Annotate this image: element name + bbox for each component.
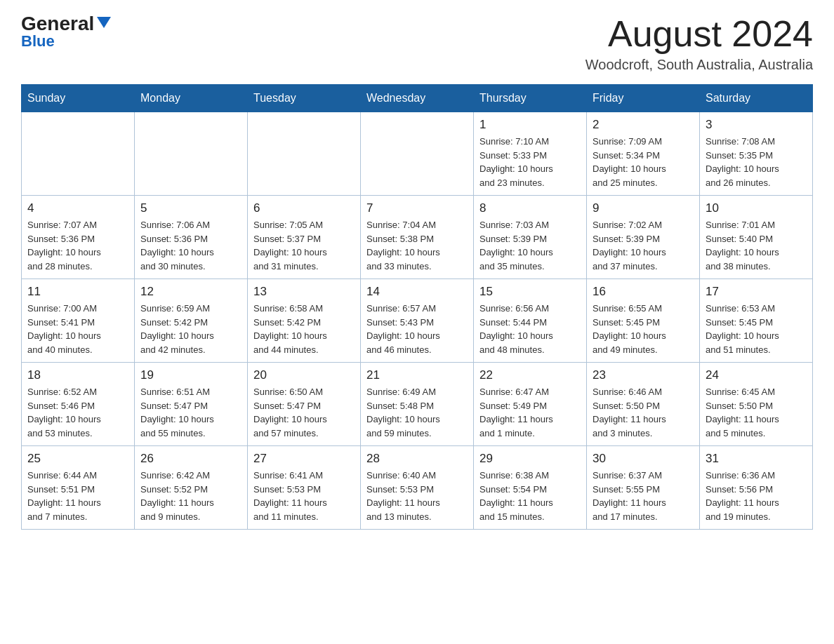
day-number: 25 bbox=[27, 452, 128, 466]
logo-sub: Blue bbox=[21, 32, 55, 51]
day-number: 26 bbox=[140, 452, 241, 466]
day-info: Sunrise: 7:10 AM Sunset: 5:33 PM Dayligh… bbox=[479, 135, 581, 189]
calendar-cell: 25Sunrise: 6:44 AM Sunset: 5:51 PM Dayli… bbox=[22, 446, 135, 530]
calendar-cell bbox=[248, 112, 361, 196]
subtitle: Woodcroft, South Australia, Australia bbox=[585, 57, 813, 73]
day-info: Sunrise: 6:38 AM Sunset: 5:54 PM Dayligh… bbox=[479, 469, 581, 523]
day-number: 8 bbox=[479, 201, 581, 215]
day-number: 2 bbox=[593, 118, 694, 132]
calendar-cell: 10Sunrise: 7:01 AM Sunset: 5:40 PM Dayli… bbox=[700, 196, 813, 279]
day-info: Sunrise: 7:05 AM Sunset: 5:37 PM Dayligh… bbox=[253, 218, 355, 273]
day-info: Sunrise: 7:07 AM Sunset: 5:36 PM Dayligh… bbox=[27, 218, 128, 273]
calendar-cell bbox=[361, 112, 474, 196]
calendar-cell: 2Sunrise: 7:09 AM Sunset: 5:34 PM Daylig… bbox=[587, 112, 700, 196]
day-info: Sunrise: 6:50 AM Sunset: 5:47 PM Dayligh… bbox=[253, 385, 355, 440]
calendar-cell: 24Sunrise: 6:45 AM Sunset: 5:50 PM Dayli… bbox=[700, 363, 813, 446]
calendar-day-header: Tuesday bbox=[248, 85, 361, 112]
day-number: 30 bbox=[593, 452, 694, 466]
calendar-table: SundayMondayTuesdayWednesdayThursdayFrid… bbox=[21, 84, 813, 530]
calendar-cell: 16Sunrise: 6:55 AM Sunset: 5:45 PM Dayli… bbox=[587, 279, 700, 363]
calendar-cell: 15Sunrise: 6:56 AM Sunset: 5:44 PM Dayli… bbox=[474, 279, 587, 363]
day-info: Sunrise: 7:04 AM Sunset: 5:38 PM Dayligh… bbox=[366, 218, 468, 273]
calendar-cell bbox=[135, 112, 248, 196]
day-number: 10 bbox=[706, 201, 807, 215]
calendar-cell: 8Sunrise: 7:03 AM Sunset: 5:39 PM Daylig… bbox=[474, 196, 587, 279]
day-info: Sunrise: 7:01 AM Sunset: 5:40 PM Dayligh… bbox=[706, 218, 807, 273]
day-info: Sunrise: 6:45 AM Sunset: 5:50 PM Dayligh… bbox=[706, 385, 807, 440]
logo: General Blue bbox=[21, 14, 111, 51]
calendar-week-row: 4Sunrise: 7:07 AM Sunset: 5:36 PM Daylig… bbox=[22, 196, 813, 279]
day-number: 19 bbox=[140, 368, 241, 382]
day-info: Sunrise: 6:59 AM Sunset: 5:42 PM Dayligh… bbox=[140, 302, 241, 356]
day-number: 18 bbox=[27, 368, 128, 382]
calendar-cell: 5Sunrise: 7:06 AM Sunset: 5:36 PM Daylig… bbox=[135, 196, 248, 279]
calendar-cell: 28Sunrise: 6:40 AM Sunset: 5:53 PM Dayli… bbox=[361, 446, 474, 530]
day-number: 20 bbox=[253, 368, 355, 382]
day-info: Sunrise: 6:46 AM Sunset: 5:50 PM Dayligh… bbox=[593, 385, 694, 440]
day-number: 29 bbox=[479, 452, 581, 466]
day-number: 7 bbox=[366, 201, 468, 215]
calendar-week-row: 11Sunrise: 7:00 AM Sunset: 5:41 PM Dayli… bbox=[22, 279, 813, 363]
calendar-day-header: Friday bbox=[587, 85, 700, 112]
day-info: Sunrise: 7:00 AM Sunset: 5:41 PM Dayligh… bbox=[27, 302, 128, 356]
calendar-header-row: SundayMondayTuesdayWednesdayThursdayFrid… bbox=[22, 85, 813, 112]
calendar-cell: 29Sunrise: 6:38 AM Sunset: 5:54 PM Dayli… bbox=[474, 446, 587, 530]
day-info: Sunrise: 6:58 AM Sunset: 5:42 PM Dayligh… bbox=[253, 302, 355, 356]
calendar-cell: 7Sunrise: 7:04 AM Sunset: 5:38 PM Daylig… bbox=[361, 196, 474, 279]
day-info: Sunrise: 7:08 AM Sunset: 5:35 PM Dayligh… bbox=[706, 135, 807, 189]
day-number: 12 bbox=[140, 285, 241, 299]
day-info: Sunrise: 6:55 AM Sunset: 5:45 PM Dayligh… bbox=[593, 302, 694, 356]
calendar-cell: 11Sunrise: 7:00 AM Sunset: 5:41 PM Dayli… bbox=[22, 279, 135, 363]
calendar-cell: 3Sunrise: 7:08 AM Sunset: 5:35 PM Daylig… bbox=[700, 112, 813, 196]
day-info: Sunrise: 6:36 AM Sunset: 5:56 PM Dayligh… bbox=[706, 469, 807, 523]
day-number: 22 bbox=[479, 368, 581, 382]
calendar-cell: 20Sunrise: 6:50 AM Sunset: 5:47 PM Dayli… bbox=[248, 363, 361, 446]
calendar-week-row: 18Sunrise: 6:52 AM Sunset: 5:46 PM Dayli… bbox=[22, 363, 813, 446]
day-info: Sunrise: 6:41 AM Sunset: 5:53 PM Dayligh… bbox=[253, 469, 355, 523]
day-info: Sunrise: 7:02 AM Sunset: 5:39 PM Dayligh… bbox=[593, 218, 694, 273]
calendar-cell: 13Sunrise: 6:58 AM Sunset: 5:42 PM Dayli… bbox=[248, 279, 361, 363]
day-info: Sunrise: 6:56 AM Sunset: 5:44 PM Dayligh… bbox=[479, 302, 581, 356]
calendar-cell: 1Sunrise: 7:10 AM Sunset: 5:33 PM Daylig… bbox=[474, 112, 587, 196]
calendar-cell: 17Sunrise: 6:53 AM Sunset: 5:45 PM Dayli… bbox=[700, 279, 813, 363]
calendar-day-header: Saturday bbox=[700, 85, 813, 112]
calendar-cell bbox=[22, 112, 135, 196]
calendar-week-row: 1Sunrise: 7:10 AM Sunset: 5:33 PM Daylig… bbox=[22, 112, 813, 196]
page-header: General Blue August 2024 Woodcroft, Sout… bbox=[21, 14, 813, 73]
day-number: 27 bbox=[253, 452, 355, 466]
day-number: 1 bbox=[479, 118, 581, 132]
day-number: 28 bbox=[366, 452, 468, 466]
calendar-cell: 9Sunrise: 7:02 AM Sunset: 5:39 PM Daylig… bbox=[587, 196, 700, 279]
calendar-day-header: Wednesday bbox=[361, 85, 474, 112]
calendar-cell: 18Sunrise: 6:52 AM Sunset: 5:46 PM Dayli… bbox=[22, 363, 135, 446]
day-info: Sunrise: 6:57 AM Sunset: 5:43 PM Dayligh… bbox=[366, 302, 468, 356]
calendar-cell: 19Sunrise: 6:51 AM Sunset: 5:47 PM Dayli… bbox=[135, 363, 248, 446]
day-number: 13 bbox=[253, 285, 355, 299]
calendar-cell: 12Sunrise: 6:59 AM Sunset: 5:42 PM Dayli… bbox=[135, 279, 248, 363]
day-number: 17 bbox=[706, 285, 807, 299]
calendar-day-header: Thursday bbox=[474, 85, 587, 112]
day-number: 24 bbox=[706, 368, 807, 382]
day-number: 14 bbox=[366, 285, 468, 299]
day-number: 16 bbox=[593, 285, 694, 299]
calendar-cell: 14Sunrise: 6:57 AM Sunset: 5:43 PM Dayli… bbox=[361, 279, 474, 363]
day-number: 31 bbox=[706, 452, 807, 466]
day-number: 15 bbox=[479, 285, 581, 299]
day-number: 21 bbox=[366, 368, 468, 382]
logo-triangle-icon bbox=[97, 17, 111, 28]
calendar-day-header: Monday bbox=[135, 85, 248, 112]
calendar-cell: 21Sunrise: 6:49 AM Sunset: 5:48 PM Dayli… bbox=[361, 363, 474, 446]
calendar-cell: 22Sunrise: 6:47 AM Sunset: 5:49 PM Dayli… bbox=[474, 363, 587, 446]
calendar-week-row: 25Sunrise: 6:44 AM Sunset: 5:51 PM Dayli… bbox=[22, 446, 813, 530]
day-info: Sunrise: 6:53 AM Sunset: 5:45 PM Dayligh… bbox=[706, 302, 807, 356]
day-info: Sunrise: 6:40 AM Sunset: 5:53 PM Dayligh… bbox=[366, 469, 468, 523]
calendar-cell: 4Sunrise: 7:07 AM Sunset: 5:36 PM Daylig… bbox=[22, 196, 135, 279]
day-number: 23 bbox=[593, 368, 694, 382]
day-number: 9 bbox=[593, 201, 694, 215]
calendar-cell: 27Sunrise: 6:41 AM Sunset: 5:53 PM Dayli… bbox=[248, 446, 361, 530]
day-info: Sunrise: 6:47 AM Sunset: 5:49 PM Dayligh… bbox=[479, 385, 581, 440]
day-number: 5 bbox=[140, 201, 241, 215]
day-info: Sunrise: 7:09 AM Sunset: 5:34 PM Dayligh… bbox=[593, 135, 694, 189]
day-info: Sunrise: 6:51 AM Sunset: 5:47 PM Dayligh… bbox=[140, 385, 241, 440]
calendar-cell: 26Sunrise: 6:42 AM Sunset: 5:52 PM Dayli… bbox=[135, 446, 248, 530]
